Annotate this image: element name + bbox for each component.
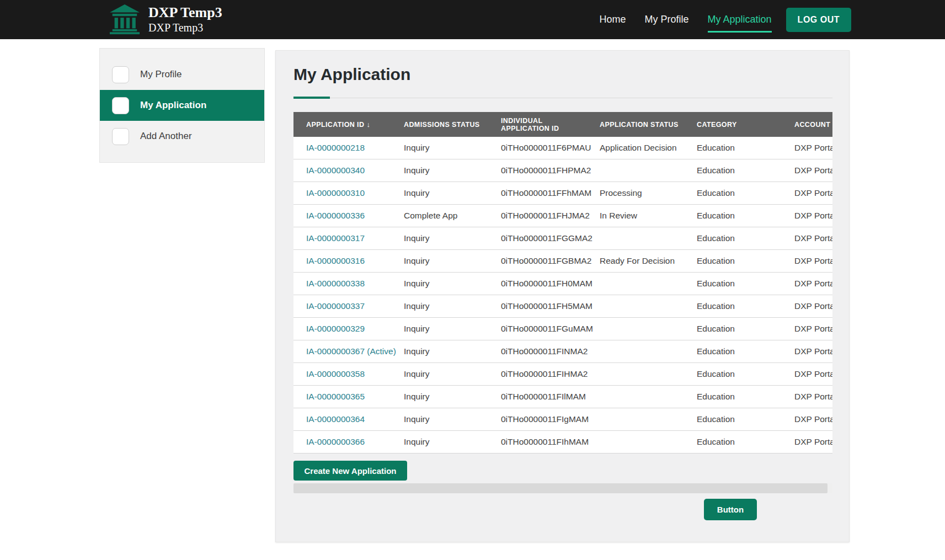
cell-application-id: IA-0000000367 (Active): [306, 346, 404, 356]
cell-application-id: IA-0000000329: [306, 324, 404, 334]
application-id-link[interactable]: IA-0000000340: [306, 166, 365, 175]
brand-title: DXP Temp3: [148, 4, 222, 21]
cell-application-status: In Review: [600, 211, 697, 221]
column-header-application-status[interactable]: APPLICATION STATUS: [600, 121, 697, 129]
sidebar-item-label: Add Another: [140, 131, 192, 142]
heading-divider-accent: [293, 97, 330, 99]
cell-application-id: IA-0000000310: [306, 188, 404, 198]
cell-individual-application-id: 0iTHo0000011FIgMAM: [501, 414, 600, 424]
nav-link-my-profile[interactable]: My Profile: [645, 14, 689, 25]
cell-application-id: IA-0000000218: [306, 143, 404, 153]
cell-category: Education: [697, 188, 794, 198]
cell-admissions-status: Inquiry: [404, 392, 501, 402]
column-header-label: ADMISSIONS STATUS: [404, 121, 480, 129]
cell-category: Education: [697, 233, 794, 243]
cell-application-id: IA-0000000358: [306, 369, 404, 379]
table-row: IA-0000000329Inquiry0iTHo0000011FGuMAMEd…: [293, 318, 832, 340]
sidebar-item-my-application[interactable]: My Application: [100, 90, 264, 121]
applications-table-wrap: APPLICATION ID↓ADMISSIONS STATUSINDIVIDU…: [293, 112, 832, 454]
cell-account: DXP Portal: [794, 143, 832, 153]
application-id-link[interactable]: IA-0000000316: [306, 256, 365, 265]
brand: DXP Temp3 DXP Temp3: [109, 4, 222, 35]
cell-admissions-status: Inquiry: [404, 301, 501, 311]
column-header-label: APPLICATION STATUS: [600, 121, 679, 129]
column-header-application-id[interactable]: APPLICATION ID↓: [306, 121, 404, 129]
cell-category: Education: [697, 414, 794, 424]
table-row: IA-0000000336Complete App0iTHo0000011FHJ…: [293, 205, 832, 227]
table-row: IA-0000000364Inquiry0iTHo0000011FIgMAMEd…: [293, 408, 832, 431]
table-row: IA-0000000367 (Active)Inquiry0iTHo000001…: [293, 340, 832, 363]
column-header-label: ACCOUNT ID: [794, 121, 832, 129]
table-row: IA-0000000218Inquiry0iTHo0000011F6PMAUAp…: [293, 137, 832, 159]
sidebar-item-my-profile[interactable]: My Profile: [100, 59, 264, 90]
sort-descending-icon: ↓: [366, 121, 370, 129]
sidebar-item-add-another[interactable]: Add Another: [100, 121, 264, 152]
cell-category: Education: [697, 256, 794, 266]
cell-application-id: IA-0000000365: [306, 392, 404, 402]
page-title: My Application: [293, 65, 410, 84]
cell-individual-application-id: 0iTHo0000011FIHMA2: [501, 369, 600, 379]
table-header-row: APPLICATION ID↓ADMISSIONS STATUSINDIVIDU…: [293, 112, 832, 137]
create-new-application-button[interactable]: Create New Application: [293, 461, 407, 481]
column-header-individual-application-id[interactable]: INDIVIDUAL APPLICATION ID: [501, 117, 600, 132]
cell-admissions-status: Inquiry: [404, 143, 501, 153]
cell-category: Education: [697, 143, 794, 153]
application-id-link[interactable]: IA-0000000364: [306, 414, 365, 424]
application-id-link[interactable]: IA-0000000317: [306, 233, 365, 243]
cell-account: DXP Portal: [794, 369, 832, 379]
cell-individual-application-id: 0iTHo0000011FH0MAM: [501, 279, 600, 289]
heading-divider: [293, 98, 832, 98]
cell-admissions-status: Inquiry: [404, 279, 501, 289]
applications-table: APPLICATION ID↓ADMISSIONS STATUSINDIVIDU…: [293, 112, 832, 454]
sidebar-item-square-icon: [112, 97, 129, 114]
cell-admissions-status: Inquiry: [404, 414, 501, 424]
cell-individual-application-id: 0iTHo0000011FGBMA2: [501, 256, 600, 266]
logout-button[interactable]: LOG OUT: [786, 8, 851, 32]
application-id-link[interactable]: IA-0000000310: [306, 188, 365, 198]
cell-application-id: IA-0000000366: [306, 437, 404, 447]
cell-admissions-status: Inquiry: [404, 233, 501, 243]
application-id-link[interactable]: IA-0000000336: [306, 211, 365, 220]
horizontal-scrollbar-thumb[interactable]: [293, 483, 827, 493]
application-id-link[interactable]: IA-0000000367 (Active): [306, 346, 396, 356]
column-header-admissions-status[interactable]: ADMISSIONS STATUS: [404, 121, 501, 129]
cell-individual-application-id: 0iTHo0000011FHPMA2: [501, 166, 600, 175]
cell-account: DXP Portal: [794, 188, 832, 198]
column-header-label: INDIVIDUAL APPLICATION ID: [501, 117, 567, 132]
cell-category: Education: [697, 437, 794, 447]
cell-individual-application-id: 0iTHo0000011FINMA2: [501, 346, 600, 356]
cell-application-id: IA-0000000340: [306, 166, 404, 175]
sidebar: My ProfileMy ApplicationAdd Another: [99, 48, 265, 163]
cell-individual-application-id: 0iTHo0000011FGuMAM: [501, 324, 600, 334]
nav-link-my-application[interactable]: My Application: [708, 14, 772, 25]
main-panel: My Application APPLICATION ID↓ADMISSIONS…: [275, 50, 850, 542]
topbar: DXP Temp3 DXP Temp3 HomeMy ProfileMy App…: [0, 0, 945, 39]
application-id-link[interactable]: IA-0000000366: [306, 437, 365, 446]
table-body: IA-0000000218Inquiry0iTHo0000011F6PMAUAp…: [293, 137, 832, 454]
column-header-account-id[interactable]: ACCOUNT ID: [794, 121, 832, 129]
nav-link-home[interactable]: Home: [600, 14, 626, 25]
cell-individual-application-id: 0iTHo0000011FHJMA2: [501, 211, 600, 221]
cell-account: DXP Portal: [794, 437, 832, 447]
cell-admissions-status: Inquiry: [404, 437, 501, 447]
cell-account: DXP Portal: [794, 301, 832, 311]
table-row: IA-0000000366Inquiry0iTHo0000011FIhMAMEd…: [293, 431, 832, 454]
cell-category: Education: [697, 324, 794, 334]
table-row: IA-0000000337Inquiry0iTHo0000011FH5MAMEd…: [293, 295, 832, 318]
application-id-link[interactable]: IA-0000000218: [306, 143, 365, 152]
top-nav-links: HomeMy ProfileMy Application: [600, 14, 772, 25]
table-row: IA-0000000358Inquiry0iTHo0000011FIHMA2Ed…: [293, 363, 832, 386]
cell-application-id: IA-0000000364: [306, 414, 404, 424]
application-id-link[interactable]: IA-0000000358: [306, 369, 365, 378]
cell-account: DXP Portal: [794, 256, 832, 266]
cell-admissions-status: Inquiry: [404, 188, 501, 198]
footer-button[interactable]: Button: [704, 499, 757, 520]
column-header-category[interactable]: CATEGORY: [697, 121, 794, 129]
application-id-link[interactable]: IA-0000000329: [306, 324, 365, 333]
application-id-link[interactable]: IA-0000000338: [306, 279, 365, 288]
application-id-link[interactable]: IA-0000000365: [306, 392, 365, 401]
brand-subtitle: DXP Temp3: [148, 21, 222, 35]
cell-account: DXP Portal: [794, 279, 832, 289]
sidebar-item-label: My Application: [140, 100, 206, 111]
application-id-link[interactable]: IA-0000000337: [306, 301, 365, 311]
